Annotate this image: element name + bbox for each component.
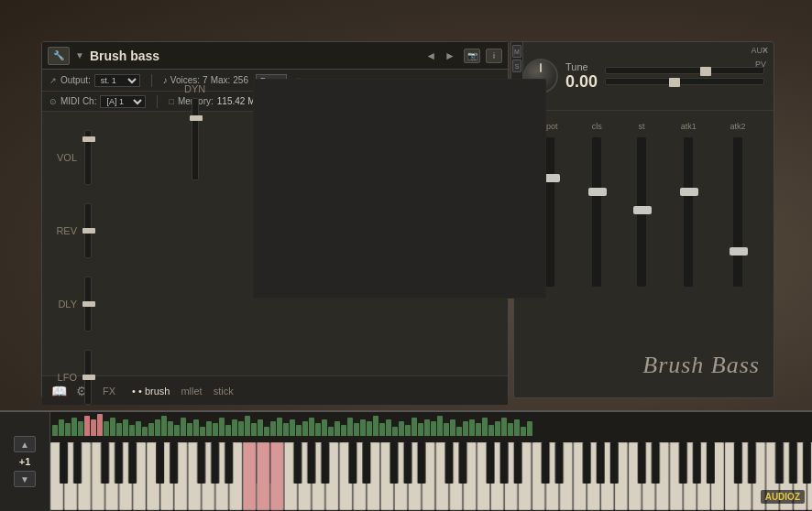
dly-fader[interactable]: [84, 277, 92, 332]
close-button[interactable]: ×: [763, 44, 768, 55]
vel-bar-14: [136, 421, 141, 436]
content-area: VOL REV DLY LFO: [42, 112, 508, 375]
vel-bar-56: [405, 425, 411, 436]
vel-bar-27: [219, 418, 225, 436]
tab-stick[interactable]: stick: [214, 386, 234, 397]
lfo-fader[interactable]: [84, 350, 92, 405]
vel-bar-42: [315, 423, 321, 436]
keyboard-controls: ▲ +1 ▼: [0, 412, 50, 511]
side-btn-2[interactable]: S: [512, 60, 521, 72]
rev-control: REV: [51, 203, 116, 258]
divider-2: [157, 95, 158, 108]
tune-sliders: [605, 67, 764, 85]
vel-bar-21: [181, 418, 186, 436]
vel-bar-2: [59, 419, 64, 436]
vel-bar-46: [341, 425, 346, 436]
channel-st: st: [636, 122, 647, 288]
vel-bar-28: [225, 425, 231, 436]
dly-control: DLY: [51, 277, 116, 332]
dyn-fader[interactable]: [192, 98, 199, 180]
divider-1: [151, 74, 152, 87]
channel-cls-fader[interactable]: [591, 136, 602, 288]
vel-bar-7: [91, 419, 96, 436]
octave-up-button[interactable]: ▲: [14, 436, 36, 452]
piano-keys: [50, 442, 812, 511]
dyn-section: DYN: [184, 83, 205, 180]
rev-fader[interactable]: [84, 203, 92, 258]
vel-bar-47: [347, 418, 353, 436]
vol-label: VOL: [51, 152, 77, 163]
channel-atk1: atk1: [681, 122, 697, 288]
tune-value: 0.00: [565, 72, 598, 92]
vel-bar-33: [258, 419, 263, 436]
memory-section: □ Memory: 115.42 MB: [169, 96, 261, 106]
vel-bar-23: [193, 419, 199, 436]
vel-bar-45: [335, 421, 340, 436]
channel-st-fader[interactable]: [636, 136, 647, 288]
vel-bar-4: [71, 418, 77, 436]
octave-down-button[interactable]: ▼: [14, 471, 36, 487]
nav-prev-button[interactable]: ◄: [422, 49, 439, 63]
vel-bar-26: [213, 423, 218, 436]
dyn-label: DYN: [184, 83, 205, 94]
nav-next-button[interactable]: ►: [442, 49, 458, 63]
vel-bar-64: [456, 427, 462, 436]
tune-slider-thumb-1: [700, 67, 711, 76]
camera-button[interactable]: 📷: [464, 49, 480, 63]
channel-atk2-fader[interactable]: [732, 136, 743, 288]
channel-atk1-thumb: [680, 188, 698, 196]
keyboard-section: ▲ +1 ▼: [0, 410, 812, 511]
vel-bar-25: [206, 421, 212, 436]
vel-bar-62: [444, 423, 449, 436]
output-icon: ↗: [49, 76, 57, 85]
channel-st-label: st: [638, 122, 644, 131]
vel-bar-61: [437, 416, 443, 436]
book-icon[interactable]: 📖: [51, 384, 67, 398]
output-select[interactable]: st. 1: [94, 74, 140, 87]
rev-label: REV: [51, 225, 77, 236]
vel-bar-48: [354, 423, 359, 436]
vel-bar-20: [174, 425, 180, 436]
audioz-badge: AUDIOZ: [761, 490, 805, 504]
channel-atk1-fader[interactable]: [683, 136, 694, 288]
vel-bar-9: [104, 421, 109, 436]
dly-thumb: [82, 301, 95, 307]
tab-brush[interactable]: • brush: [132, 386, 170, 397]
vel-bar-37: [283, 423, 289, 436]
channel-cls-label: cls: [592, 122, 602, 131]
output-label: Output:: [60, 75, 91, 85]
vel-bar-22: [187, 423, 192, 436]
tune-slider-thumb-2: [669, 78, 680, 87]
vel-bar-44: [328, 427, 334, 436]
vol-fader[interactable]: [84, 130, 92, 185]
vol-control: VOL: [51, 130, 116, 185]
vel-bar-57: [411, 418, 417, 436]
vel-bar-49: [360, 419, 366, 436]
side-btn-1[interactable]: M: [512, 45, 521, 58]
memory-icon: □: [169, 97, 173, 106]
brush-bass-logo: Brush Bass: [642, 352, 760, 379]
voices-section: ♪ Voices: 7 Max: 256: [163, 75, 248, 85]
vel-bar-73: [514, 419, 520, 436]
tune-slider-1[interactable]: [605, 67, 764, 74]
midi-section: ⊙ MIDI Ch: [A] 1: [49, 95, 146, 108]
tune-slider-2[interactable]: [605, 78, 764, 85]
tab-mllet[interactable]: mllet: [181, 386, 202, 397]
info-button[interactable]: i: [486, 49, 502, 63]
vel-bar-38: [290, 419, 295, 436]
tune-section: Tune 0.00: [514, 42, 774, 111]
vel-bar-41: [309, 418, 314, 436]
vel-bar-16: [148, 423, 154, 436]
vel-bar-1: [52, 425, 58, 436]
vel-bar-6: [84, 416, 90, 436]
fx-label: FX: [103, 386, 115, 397]
midi-select[interactable]: [A] 1: [100, 95, 146, 108]
instrument-icon: 🔧: [48, 47, 70, 65]
vel-bar-35: [270, 421, 276, 436]
vel-bar-55: [399, 421, 404, 436]
vol-thumb: [82, 136, 95, 142]
vel-bar-59: [424, 419, 430, 436]
tab-group: • brush mllet stick: [132, 386, 234, 397]
midi-icon: ⊙: [49, 97, 57, 106]
channel-atk2-thumb: [730, 247, 748, 256]
